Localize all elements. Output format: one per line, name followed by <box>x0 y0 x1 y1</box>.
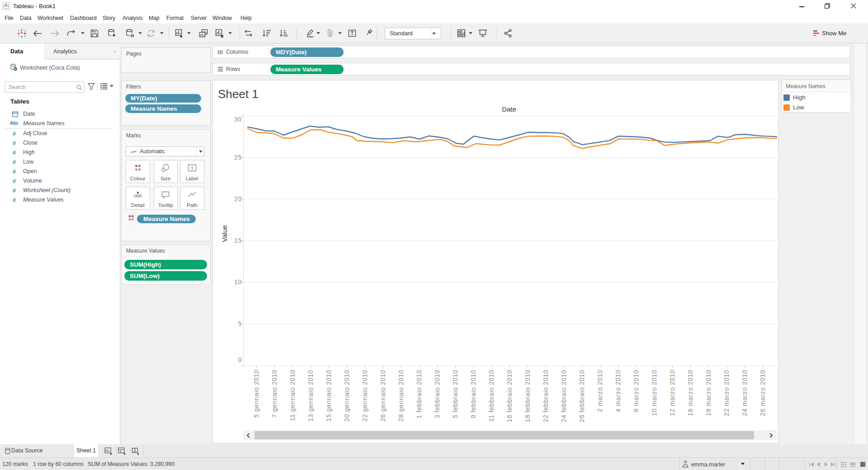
svg-text:0: 0 <box>238 356 242 363</box>
svg-text:20: 20 <box>234 195 242 202</box>
svg-text:16 marzo 2010: 16 marzo 2010 <box>687 370 694 416</box>
svg-text:22 gennaio 2010: 22 gennaio 2010 <box>361 370 368 422</box>
svg-text:20 gennaio 2010: 20 gennaio 2010 <box>343 370 350 422</box>
svg-text:15 gennaio 2010: 15 gennaio 2010 <box>325 370 332 422</box>
svg-text:13 gennaio 2010: 13 gennaio 2010 <box>307 370 314 422</box>
svg-text:12 marzo 2010: 12 marzo 2010 <box>669 370 676 416</box>
svg-text:18 marzo 2010: 18 marzo 2010 <box>705 370 712 416</box>
svg-text:10 marzo 2010: 10 marzo 2010 <box>651 370 658 416</box>
svg-text:4 marzo 2010: 4 marzo 2010 <box>614 370 622 412</box>
svg-text:T: T <box>190 165 193 171</box>
svg-text:25: 25 <box>234 154 242 161</box>
svg-text:Date: Date <box>502 105 516 113</box>
svg-text:26 febbraio 2010: 26 febbraio 2010 <box>578 370 585 422</box>
svg-text:1 febbraio 2010: 1 febbraio 2010 <box>415 370 423 418</box>
svg-text:26 gennaio 2010: 26 gennaio 2010 <box>379 370 387 422</box>
svg-text:3 febbraio 2010: 3 febbraio 2010 <box>434 370 441 418</box>
svg-text:11 febbraio 2010: 11 febbraio 2010 <box>488 370 495 422</box>
svg-text:28 gennaio 2010: 28 gennaio 2010 <box>397 370 405 422</box>
svg-text:10: 10 <box>234 278 242 286</box>
svg-text:26 marzo 2010: 26 marzo 2010 <box>759 370 766 416</box>
svg-text:5 gennaio 2010: 5 gennaio 2010 <box>253 370 260 418</box>
svg-text:24 marzo 2010: 24 marzo 2010 <box>741 370 748 416</box>
svg-text:8 marzo 2010: 8 marzo 2010 <box>632 370 640 412</box>
svg-text:24 febbraio 2010: 24 febbraio 2010 <box>560 370 567 422</box>
svg-text:30: 30 <box>234 116 242 123</box>
svg-text:16 febbraio 2010: 16 febbraio 2010 <box>506 370 513 422</box>
svg-text:18 febbraio 2010: 18 febbraio 2010 <box>524 370 531 422</box>
svg-text:22 marzo 2010: 22 marzo 2010 <box>723 370 730 416</box>
svg-text:9 febbraio 2010: 9 febbraio 2010 <box>470 370 477 418</box>
svg-text:7 gennaio 2010: 7 gennaio 2010 <box>271 370 278 418</box>
svg-text:Value: Value <box>221 225 228 242</box>
svg-text:22 febbraio 2010: 22 febbraio 2010 <box>542 370 549 422</box>
svg-text:5: 5 <box>238 320 242 327</box>
svg-text:15: 15 <box>234 237 242 244</box>
svg-text:11 gennaio 2010: 11 gennaio 2010 <box>289 370 296 421</box>
svg-text:2 marzo 2010: 2 marzo 2010 <box>596 370 604 412</box>
svg-text:5 febbraio 2010: 5 febbraio 2010 <box>452 370 459 418</box>
